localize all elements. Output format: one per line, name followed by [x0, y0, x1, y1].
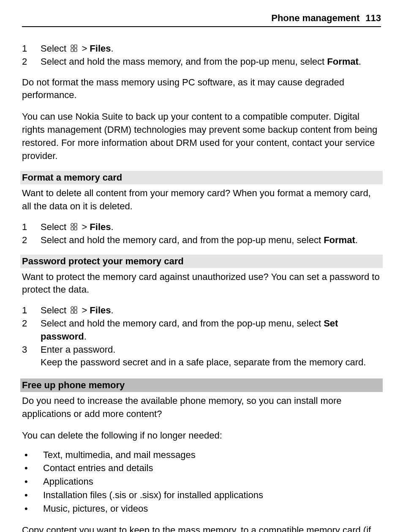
section-heading: Format a memory card [20, 171, 383, 184]
step-text: Select and hold the memory card, and fro… [41, 234, 381, 247]
svg-rect-0 [71, 45, 74, 48]
list-item: • Applications [22, 475, 381, 488]
list-item: 1 Select > Files. [22, 42, 381, 55]
paragraph: You can delete the following if no longe… [22, 429, 381, 442]
svg-rect-4 [71, 223, 74, 226]
step-number: 1 [22, 304, 41, 317]
step-text: Select > Files. [41, 221, 381, 234]
bullet-text: Music, pictures, or videos [43, 502, 148, 516]
document-page: Phone management 113 1 Select > Files. 2… [0, 0, 403, 532]
list-item: 1 Select > Files. [22, 304, 381, 317]
section-heading: Free up phone memory [20, 378, 383, 392]
step-number: 1 [22, 42, 41, 55]
list-item: • Text, multimedia, and mail messages [22, 448, 381, 462]
bullet-text: Contact entries and details [43, 461, 153, 475]
bullet-icon: • [22, 488, 43, 502]
list-item: 1 Select > Files. [22, 221, 381, 234]
intro-steps: 1 Select > Files. 2 Select and hold the … [22, 42, 381, 69]
section-heading: Password protect your memory card [20, 255, 383, 268]
list-item: 2 Select and hold the memory card, and f… [22, 317, 381, 343]
menu-grid-icon [70, 44, 78, 52]
svg-rect-9 [74, 307, 77, 310]
svg-rect-10 [71, 310, 74, 313]
bullet-text: Installation files (.sis or .sisx) for i… [43, 488, 263, 502]
sec1-steps: 1 Select > Files. 2 Select and hold the … [22, 221, 381, 247]
list-item: 2 Select and hold the mass memory, and f… [22, 55, 381, 69]
list-item: • Music, pictures, or videos [22, 502, 381, 516]
header-title: Phone management [271, 13, 359, 24]
bullet-icon: • [22, 461, 43, 475]
svg-rect-3 [74, 49, 77, 52]
paragraph: Copy content you want to keep to the mas… [22, 524, 381, 532]
step-number: 1 [22, 221, 41, 234]
svg-rect-6 [71, 227, 74, 230]
step-number: 2 [22, 317, 41, 343]
paragraph: You can use Nokia Suite to back up your … [22, 110, 381, 162]
menu-grid-icon [70, 306, 78, 314]
svg-rect-1 [74, 45, 77, 48]
list-item: • Installation files (.sis or .sisx) for… [22, 488, 381, 502]
sec2-steps: 1 Select > Files. 2 Select and hold the … [22, 304, 381, 369]
bullet-icon: • [22, 475, 43, 488]
paragraph: Want to protect the memory card against … [22, 271, 381, 297]
step-text: Select and hold the memory card, and fro… [41, 317, 381, 343]
bullet-text: Text, multimedia, and mail messages [43, 448, 196, 462]
step-text: Select > Files. [41, 304, 381, 317]
bullet-icon: • [22, 502, 43, 516]
svg-rect-7 [74, 227, 77, 230]
svg-rect-11 [74, 310, 77, 313]
svg-rect-8 [71, 307, 74, 310]
menu-grid-icon [70, 222, 78, 231]
step-number: 2 [22, 234, 41, 247]
bullet-list: • Text, multimedia, and mail messages • … [22, 448, 381, 516]
list-item: • Contact entries and details [22, 461, 381, 475]
page-header: Phone management 113 [22, 13, 381, 27]
header-page-number: 113 [365, 13, 381, 24]
svg-rect-5 [74, 223, 77, 226]
paragraph: Want to delete all content from your mem… [22, 187, 381, 213]
paragraph: Do you need to increase the available ph… [22, 395, 381, 421]
step-number: 3 [22, 343, 41, 370]
step-text: Select > Files. [41, 42, 381, 55]
svg-rect-2 [71, 49, 74, 52]
step-number: 2 [22, 55, 41, 69]
paragraph: Do not format the mass memory using PC s… [22, 76, 381, 102]
list-item: 2 Select and hold the memory card, and f… [22, 234, 381, 247]
bullet-text: Applications [43, 475, 93, 488]
bullet-icon: • [22, 448, 43, 462]
list-item: 3 Enter a password. Keep the password se… [22, 343, 381, 370]
step-text: Select and hold the mass memory, and fro… [41, 55, 381, 69]
step-text: Enter a password. Keep the password secr… [41, 343, 381, 370]
